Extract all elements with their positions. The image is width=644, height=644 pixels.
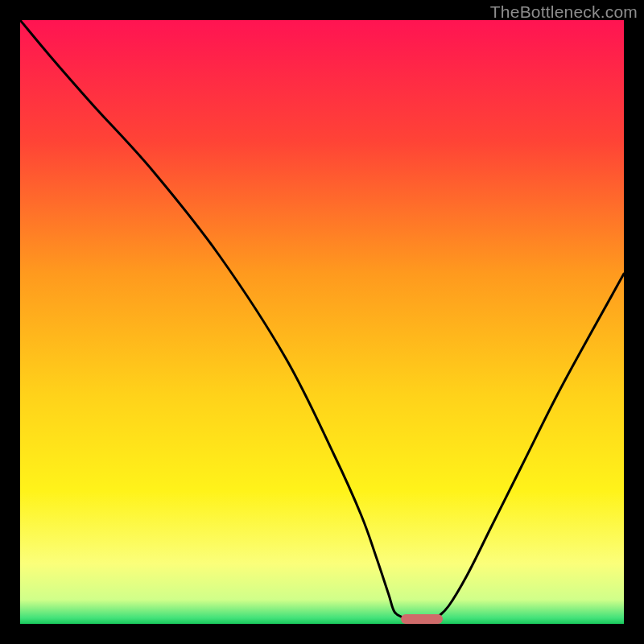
chart-frame: TheBottleneck.com (0, 0, 644, 644)
bottleneck-curve (20, 20, 624, 624)
curve-left (20, 20, 403, 618)
curve-right (437, 274, 625, 618)
optimal-range-marker (401, 614, 444, 624)
plot-area (20, 20, 624, 624)
watermark-text: TheBottleneck.com (490, 2, 638, 22)
